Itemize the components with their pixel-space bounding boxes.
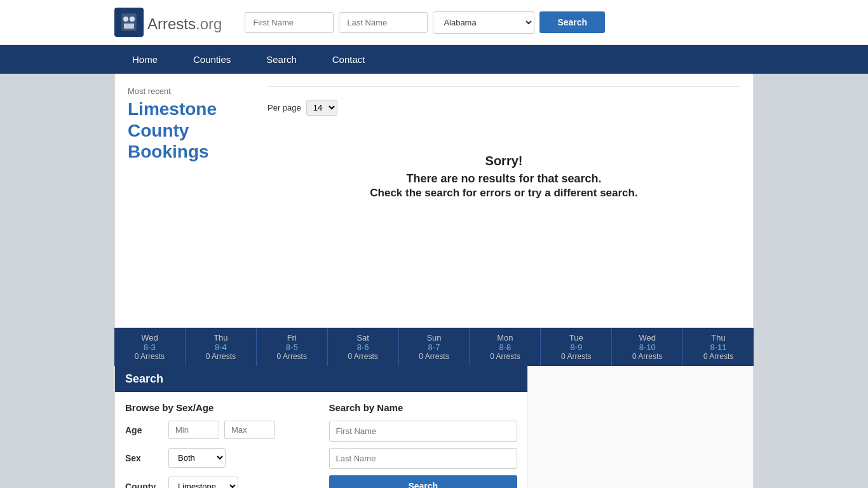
date-cell: Tue 8-9 0 Arrests: [541, 328, 612, 366]
right-panel: [528, 366, 753, 488]
date-link[interactable]: 8-10: [614, 342, 680, 352]
most-recent-label: Most recent: [128, 86, 255, 96]
main-area: Per page 14 10 20 50 Sorry! There are no…: [268, 86, 740, 225]
no-results-line3: Check the search for errors or try a dif…: [280, 187, 728, 200]
age-label: Age: [125, 425, 163, 435]
age-min-input[interactable]: [168, 421, 219, 439]
county-label: County: [125, 482, 163, 489]
svg-rect-3: [124, 24, 134, 29]
date-link[interactable]: 8-6: [330, 342, 396, 352]
date-cell: Sat 8-6 0 Arrests: [328, 328, 399, 366]
nav-item-contact[interactable]: Contact: [315, 45, 383, 74]
search-panel-body: Browse by Sex/Age Age Sex Both Male Fema…: [115, 392, 527, 488]
no-results-message: Sorry! There are no results for that sea…: [268, 128, 740, 225]
county-title: Limestone County Bookings: [128, 98, 255, 163]
logo-suffix: .org: [196, 15, 222, 32]
date-cell: Thu 8-4 0 Arrests: [186, 328, 257, 366]
no-results-sorry: Sorry!: [280, 154, 728, 168]
age-row: Age: [125, 421, 314, 439]
search-panel: Search Browse by Sex/Age Age Sex Both Ma…: [115, 366, 528, 488]
header-state-select[interactable]: Alabama Alaska Arizona: [433, 11, 534, 34]
per-page-label: Per page: [268, 103, 301, 112]
date-cell: Sun 8-7 0 Arrests: [399, 328, 470, 366]
county-row: County Limestone: [125, 477, 314, 488]
divider: [268, 86, 740, 87]
sex-select[interactable]: Both Male Female: [168, 448, 226, 468]
svg-point-1: [123, 17, 128, 22]
county-select[interactable]: Limestone: [168, 477, 238, 488]
logo-brand: Arrests: [147, 15, 196, 32]
per-page-select[interactable]: 14 10 20 50: [306, 100, 337, 116]
sidebar: Most recent Limestone County Bookings: [128, 86, 255, 225]
date-link[interactable]: 8-5: [259, 342, 325, 352]
date-link[interactable]: 8-11: [686, 342, 751, 352]
header-first-name-input[interactable]: [245, 12, 334, 33]
sex-label: Sex: [125, 453, 163, 463]
nav-item-home[interactable]: Home: [114, 45, 175, 74]
header-search-form: Alabama Alaska Arizona Search: [245, 11, 754, 34]
page-header: Arrests.org Alabama Alaska Arizona Searc…: [0, 0, 868, 45]
header-search-button[interactable]: Search: [539, 11, 605, 33]
nav-item-counties[interactable]: Counties: [175, 45, 248, 74]
name-search-last-input[interactable]: [329, 448, 518, 469]
nav-item-search[interactable]: Search: [248, 45, 315, 74]
date-link[interactable]: 8-7: [402, 342, 467, 352]
nav-bar: Home Counties Search Contact: [0, 45, 868, 74]
svg-point-2: [130, 17, 135, 22]
date-cell: Mon 8-8 0 Arrests: [470, 328, 541, 366]
logo: Arrests.org: [114, 8, 222, 37]
date-link[interactable]: 8-3: [117, 342, 182, 352]
date-link[interactable]: 8-8: [472, 342, 538, 352]
name-search-title: Search by Name: [329, 402, 518, 413]
main-content: Most recent Limestone County Bookings Pe…: [114, 74, 754, 328]
date-cell: Fri 8-5 0 Arrests: [257, 328, 328, 366]
date-cell: Wed 8-10 0 Arrests: [612, 328, 683, 366]
date-cell: Wed 8-3 0 Arrests: [114, 328, 186, 366]
browse-section: Browse by Sex/Age Age Sex Both Male Fema…: [125, 402, 314, 488]
browse-title: Browse by Sex/Age: [125, 402, 314, 413]
header-last-name-input[interactable]: [339, 12, 428, 33]
search-panel-header: Search: [115, 366, 527, 392]
name-search-section: Search by Name Search: [329, 402, 518, 488]
date-strip: Wed 8-3 0 Arrests Thu 8-4 0 Arrests Fri …: [114, 328, 754, 366]
name-search-button[interactable]: Search: [329, 475, 518, 488]
per-page-bar: Per page 14 10 20 50: [268, 100, 740, 116]
bottom-section: Search Browse by Sex/Age Age Sex Both Ma…: [114, 366, 754, 488]
no-results-line2: There are no results for that search.: [280, 172, 728, 186]
date-link[interactable]: 8-9: [543, 342, 609, 352]
sex-row: Sex Both Male Female: [125, 448, 314, 468]
date-link[interactable]: 8-4: [188, 342, 254, 352]
logo-icon: [114, 8, 144, 37]
age-max-input[interactable]: [224, 421, 275, 439]
content-layout: Most recent Limestone County Bookings Pe…: [115, 74, 753, 238]
logo-text: Arrests.org: [147, 11, 222, 34]
date-cell: Thu 8-11 0 Arrests: [683, 328, 754, 366]
name-search-first-input[interactable]: [329, 421, 518, 442]
